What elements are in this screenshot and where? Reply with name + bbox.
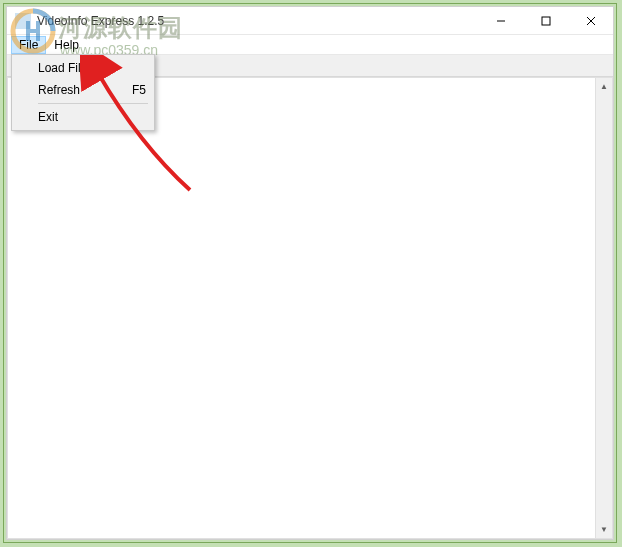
menubar: File Help bbox=[7, 35, 613, 55]
menu-item-exit[interactable]: Exit bbox=[14, 106, 152, 128]
svg-rect-1 bbox=[542, 17, 550, 25]
maximize-button[interactable] bbox=[523, 7, 568, 35]
vertical-scrollbar[interactable]: ▲ ▼ bbox=[595, 78, 612, 538]
scroll-track[interactable] bbox=[596, 95, 612, 521]
menu-item-label: Refresh bbox=[38, 83, 80, 97]
menu-item-label: Load File bbox=[38, 61, 87, 75]
menu-item-label: Exit bbox=[38, 110, 58, 124]
content-area: ▲ ▼ bbox=[7, 77, 613, 539]
scroll-down-arrow[interactable]: ▼ bbox=[596, 521, 612, 538]
window-title: VideoInfo Express 1.2.5 bbox=[37, 14, 478, 28]
close-button[interactable] bbox=[568, 7, 613, 35]
menu-item-shortcut: F5 bbox=[108, 83, 146, 97]
menu-separator bbox=[38, 103, 148, 104]
file-dropdown-menu: Load File Refresh F5 Exit bbox=[11, 54, 155, 131]
menu-file[interactable]: File bbox=[11, 36, 46, 54]
minimize-button[interactable] bbox=[478, 7, 523, 35]
scroll-up-arrow[interactable]: ▲ bbox=[596, 78, 612, 95]
menu-item-load-file[interactable]: Load File bbox=[14, 57, 152, 79]
menu-item-refresh[interactable]: Refresh F5 bbox=[14, 79, 152, 101]
app-icon bbox=[15, 13, 31, 29]
menu-help[interactable]: Help bbox=[46, 36, 87, 54]
titlebar: VideoInfo Express 1.2.5 bbox=[7, 7, 613, 35]
